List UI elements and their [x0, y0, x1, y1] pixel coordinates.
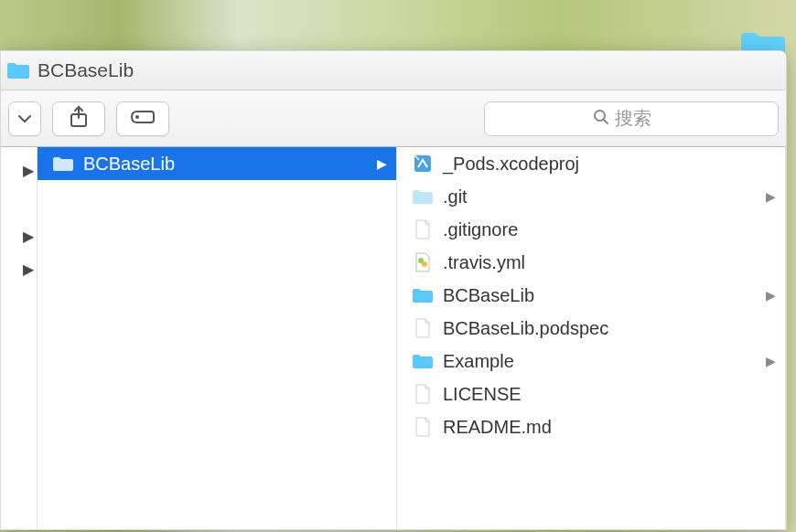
scrollbar[interactable]: ▶ ▶ ▶ — [24, 147, 35, 529]
triangle-right-icon: ▶ — [23, 228, 34, 245]
file-icon — [410, 417, 436, 437]
item-label: .git — [443, 186, 468, 207]
item-label: .travis.yml — [443, 252, 525, 273]
item-label: _Pods.xcodeproj — [443, 154, 579, 175]
folder-icon — [6, 61, 30, 80]
column-0: ▶ ▶ ▶ — [1, 147, 38, 529]
chevron-down-icon — [17, 111, 32, 127]
triangle-right-icon: ▶ — [23, 261, 34, 278]
triangle-right-icon: ▶ — [766, 189, 776, 204]
item-label: Example — [443, 351, 514, 372]
folder-icon — [50, 155, 76, 172]
xcodeproj-icon — [410, 154, 436, 174]
search-input[interactable] — [615, 108, 670, 129]
list-item[interactable]: _Pods.xcodeproj — [397, 147, 785, 180]
tag-icon — [129, 108, 156, 130]
item-label: BCBaseLib — [443, 285, 534, 306]
list-item[interactable]: LICENSE — [397, 378, 785, 410]
item-label: BCBaseLib.podspec — [443, 318, 608, 339]
column-1: BCBaseLib▶ — [38, 147, 397, 529]
file-icon — [410, 384, 436, 404]
list-item[interactable]: BCBaseLib.podspec — [397, 312, 785, 345]
list-item[interactable]: README.md — [397, 410, 785, 443]
folder-icon — [410, 188, 436, 205]
list-item[interactable]: BCBaseLib▶ — [397, 279, 785, 312]
tag-button[interactable] — [116, 101, 169, 136]
column-view: ▶ ▶ ▶ BCBaseLib▶ _Pods.xcodeproj.git▶.gi… — [1, 147, 786, 529]
dropdown-button[interactable] — [8, 101, 41, 136]
triangle-right-icon: ▶ — [766, 354, 776, 368]
list-item[interactable]: .travis.yml — [397, 246, 785, 279]
triangle-right-icon: ▶ — [23, 162, 34, 179]
list-item[interactable]: .gitignore — [397, 213, 785, 246]
column-2: _Pods.xcodeproj.git▶.gitignore.travis.ym… — [397, 147, 786, 529]
list-item[interactable]: Example▶ — [397, 345, 785, 378]
file-icon — [410, 318, 436, 338]
finder-window: BCBaseLib — [0, 50, 787, 530]
triangle-right-icon: ▶ — [766, 288, 776, 303]
svg-point-1 — [135, 115, 139, 119]
titlebar: BCBaseLib — [1, 51, 786, 90]
toolbar — [1, 90, 786, 147]
item-label: .gitignore — [443, 219, 518, 240]
file-icon — [410, 219, 436, 239]
folder-icon — [410, 287, 436, 303]
item-label: BCBaseLib — [83, 154, 175, 175]
svg-point-5 — [422, 261, 427, 267]
list-item[interactable]: BCBaseLib▶ — [38, 147, 396, 180]
yml-icon — [410, 252, 436, 272]
search-icon — [593, 109, 609, 129]
window-title: BCBaseLib — [38, 59, 134, 81]
share-button[interactable] — [52, 101, 105, 136]
search-field[interactable] — [484, 101, 779, 136]
share-icon — [69, 105, 89, 133]
folder-icon — [410, 353, 436, 369]
triangle-right-icon: ▶ — [377, 156, 387, 171]
item-label: README.md — [443, 417, 552, 438]
item-label: LICENSE — [443, 384, 522, 405]
list-item[interactable]: .git▶ — [397, 180, 785, 213]
